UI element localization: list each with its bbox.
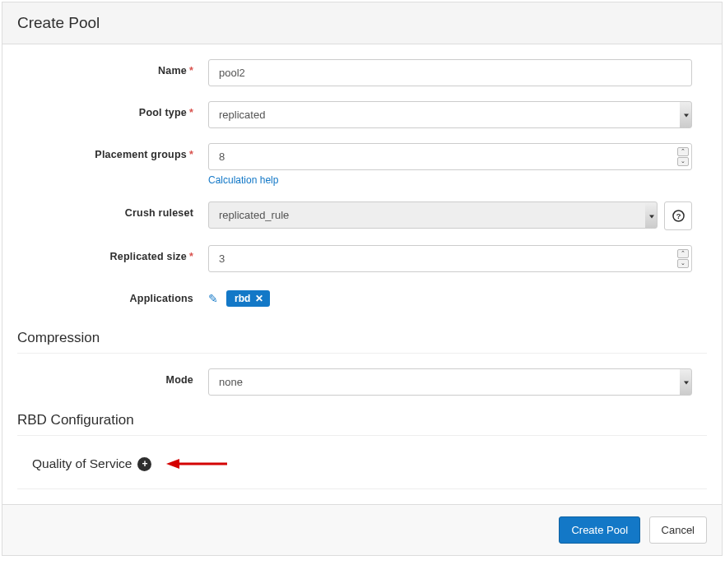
remove-tag-icon[interactable]: ✕ <box>255 293 263 304</box>
row-pool-type: Pool type* <box>17 101 707 128</box>
name-input[interactable] <box>208 59 692 86</box>
qos-label: Quality of Service <box>32 456 132 471</box>
row-replicated-size: Replicated size* ⌃ ⌄ <box>17 245 707 272</box>
pg-spinner: ⌃ ⌄ <box>677 146 689 168</box>
pg-spin-up-icon[interactable]: ⌃ <box>677 147 689 156</box>
label-crush-ruleset: Crush ruleset <box>17 201 208 219</box>
qos-row: Quality of Service + <box>17 451 707 489</box>
row-placement-groups: Placement groups* ⌃ ⌄ Calculation help <box>17 143 707 187</box>
required-icon: * <box>189 107 193 118</box>
panel-body: Name* Pool type* Placement groups* <box>2 44 722 504</box>
page-title: Create Pool <box>17 14 707 32</box>
question-icon: ? <box>672 210 685 222</box>
row-name: Name* <box>17 59 707 86</box>
pg-spin-down-icon[interactable]: ⌄ <box>677 157 689 166</box>
cancel-button[interactable]: Cancel <box>649 516 707 544</box>
application-tag-label: rbd <box>235 293 250 304</box>
panel-footer: Create Pool Cancel <box>2 504 722 555</box>
create-pool-button[interactable]: Create Pool <box>559 516 640 544</box>
rep-spinner: ⌃ ⌄ <box>677 248 689 270</box>
row-crush-ruleset: Crush ruleset ? <box>17 201 707 230</box>
panel-header: Create Pool <box>2 2 722 44</box>
label-pool-type: Pool type* <box>17 101 208 118</box>
compression-heading: Compression <box>17 330 707 354</box>
create-pool-panel: Create Pool Name* Pool type* <box>2 2 723 556</box>
crush-help-button[interactable]: ? <box>664 201 692 230</box>
svg-text:?: ? <box>676 212 681 220</box>
required-icon: * <box>189 251 193 262</box>
rep-spin-down-icon[interactable]: ⌄ <box>677 259 689 268</box>
label-compression-mode: Mode <box>17 368 208 386</box>
placement-groups-input[interactable] <box>208 143 692 170</box>
label-placement-groups: Placement groups* <box>17 143 208 160</box>
required-icon: * <box>189 65 193 76</box>
edit-applications-icon[interactable]: ✎ <box>208 292 218 305</box>
application-tag-rbd[interactable]: rbd ✕ <box>226 290 270 307</box>
svg-marker-3 <box>166 459 179 469</box>
crush-ruleset-select[interactable] <box>208 201 658 229</box>
annotation-arrow-icon <box>163 456 229 472</box>
label-replicated-size: Replicated size* <box>17 245 208 262</box>
rbd-config-heading: RBD Configuration <box>17 412 707 436</box>
qos-expand-button[interactable]: + <box>137 457 151 471</box>
row-applications: Applications ✎ rbd ✕ <box>17 287 707 307</box>
label-applications: Applications <box>17 287 208 304</box>
replicated-size-input[interactable] <box>208 245 692 272</box>
pool-type-select[interactable] <box>208 101 692 128</box>
compression-mode-select[interactable] <box>208 368 692 396</box>
calculation-help-link[interactable]: Calculation help <box>208 174 278 186</box>
rep-spin-up-icon[interactable]: ⌃ <box>677 249 689 258</box>
required-icon: * <box>189 149 193 160</box>
label-name: Name* <box>17 59 208 76</box>
plus-icon: + <box>142 458 147 470</box>
row-compression-mode: Mode <box>17 368 707 396</box>
